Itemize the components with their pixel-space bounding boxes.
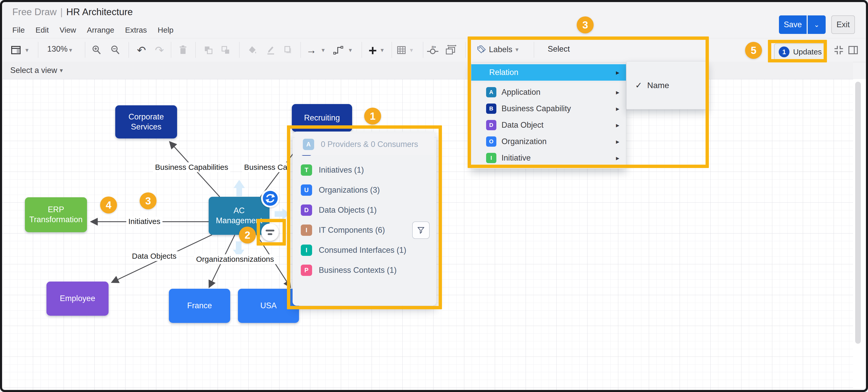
- format-panel-button[interactable]: [847, 43, 859, 57]
- refresh-relations-button[interactable]: [261, 189, 279, 207]
- undo-icon: ↶: [137, 44, 146, 57]
- plus-icon: +: [369, 42, 377, 59]
- app-name: Free Draw: [12, 7, 57, 17]
- highlight-box-updates: [768, 40, 827, 62]
- node-france[interactable]: France: [169, 289, 230, 323]
- highlight-box-filter: [257, 219, 286, 246]
- highlight-box-labels-menu: [468, 36, 709, 168]
- save-button[interactable]: Save: [779, 16, 807, 34]
- fill-color-icon: [247, 45, 257, 55]
- menu-edit[interactable]: Edit: [35, 26, 49, 34]
- toolbar-separator: [85, 42, 85, 58]
- annotation-step-5: 5: [745, 42, 762, 59]
- menu-bar: File Edit View Arrange Extras Help: [12, 26, 174, 34]
- fit-view-button[interactable]: [833, 43, 845, 57]
- svg-text:R: R: [432, 45, 434, 49]
- table-caret[interactable]: ▾: [408, 43, 415, 57]
- toolbar-separator: [301, 42, 301, 58]
- relations-button[interactable]: R: [427, 43, 439, 57]
- node-erp-transformation[interactable]: ERP Transformation: [25, 197, 87, 232]
- edge-label-data-objects: Data Objects: [130, 251, 178, 261]
- chevron-down-icon: ▾: [349, 47, 352, 54]
- chevron-down-icon: ▾: [60, 67, 63, 74]
- pencil-icon: [266, 45, 276, 55]
- send-to-back-icon: [220, 45, 231, 55]
- annotation-step-3: 3: [140, 192, 157, 209]
- waypoint-style-button[interactable]: [332, 43, 345, 57]
- edge-label-business-capabilities-truncated: Business Ca: [242, 162, 289, 172]
- shadow-button[interactable]: [282, 43, 294, 57]
- chevron-down-icon: ▾: [381, 47, 384, 54]
- chevron-down-icon: ⌄: [814, 21, 819, 29]
- insert-button[interactable]: +: [367, 43, 379, 57]
- menu-help[interactable]: Help: [158, 26, 174, 34]
- insert-caret[interactable]: ▾: [378, 43, 386, 57]
- node-corporate-services[interactable]: Corporate Services: [115, 105, 177, 138]
- zoom-out-icon: [110, 45, 121, 55]
- arrow-right-icon: →: [306, 45, 316, 56]
- connection-style-button[interactable]: →: [305, 43, 317, 57]
- toolbar-separator: [392, 42, 392, 58]
- toolbar-separator: [465, 42, 466, 58]
- menu-view[interactable]: View: [60, 26, 76, 34]
- redo-icon: ↷: [155, 44, 164, 57]
- layout-panel-icon: [10, 45, 22, 56]
- panel-right-icon: [847, 45, 859, 56]
- view-selector-label: Select a view: [10, 66, 57, 75]
- scrollbar-thumb[interactable]: [855, 82, 861, 344]
- trash-icon: [178, 45, 188, 55]
- fill-color-button[interactable]: [246, 43, 258, 57]
- highlight-box-popup: [287, 125, 442, 309]
- menu-arrange[interactable]: Arrange: [87, 26, 115, 34]
- sync-icon: [263, 191, 278, 206]
- connection-style-caret[interactable]: ▾: [319, 43, 327, 57]
- chevron-down-icon: ▾: [25, 47, 29, 54]
- page-title: Free Draw|HR Architecture: [12, 7, 133, 18]
- delete-button[interactable]: [177, 43, 189, 57]
- zoom-in-icon: [91, 45, 102, 55]
- bring-to-front-icon: [203, 45, 214, 55]
- view-selector-bar[interactable]: Select a view ▾: [2, 62, 853, 79]
- node-employee[interactable]: Employee: [46, 282, 108, 316]
- shadow-icon: [283, 45, 293, 55]
- chevron-down-icon: ▾: [69, 47, 72, 54]
- to-back-button[interactable]: [219, 43, 232, 57]
- toolbar-separator: [171, 42, 171, 58]
- zoom-level[interactable]: 130%: [47, 45, 67, 54]
- menu-extras[interactable]: Extras: [125, 26, 147, 34]
- chevron-down-icon: ▾: [410, 47, 413, 54]
- annotation-step-1: 1: [364, 108, 381, 124]
- undo-button[interactable]: ↶: [135, 43, 148, 57]
- document-title: HR Architecture: [66, 7, 133, 17]
- toolbar-separator: [239, 42, 240, 58]
- annotation-step-4: 4: [100, 197, 117, 214]
- edge-label-organizations: Organizationsnizations: [194, 254, 276, 264]
- exit-button[interactable]: Exit: [831, 16, 855, 34]
- fit-screen-icon: [833, 45, 844, 56]
- to-front-button[interactable]: [202, 43, 215, 57]
- window-header: Free Draw|HR Architecture File Edit View…: [2, 2, 866, 38]
- table-button[interactable]: [395, 43, 408, 57]
- redo-button[interactable]: ↷: [153, 43, 165, 57]
- grid-table-icon: [396, 45, 407, 55]
- zoom-out-button[interactable]: [109, 43, 122, 57]
- toolbar-separator: [423, 42, 423, 58]
- edge-label-initiatives: Initiatives: [126, 217, 162, 226]
- zoom-in-button[interactable]: [91, 43, 103, 57]
- pages-button[interactable]: [444, 43, 456, 57]
- save-dropdown-button[interactable]: ⌄: [808, 16, 826, 34]
- title-separator: |: [57, 7, 66, 17]
- annotation-step-3-toolbar: 3: [577, 17, 594, 33]
- zoom-level-caret[interactable]: ▾: [67, 43, 74, 57]
- view-panel-button[interactable]: [10, 43, 22, 57]
- relation-icon: R: [427, 45, 439, 56]
- line-color-button[interactable]: [265, 43, 277, 57]
- waypoint-style-caret[interactable]: ▾: [346, 43, 354, 57]
- chevron-down-icon: ▾: [321, 47, 325, 54]
- annotation-step-2: 2: [239, 227, 256, 244]
- edge-label-business-capabilities: Business Capabilities: [153, 162, 230, 172]
- toolbar: ▾ 130% ▾ ↶ ↷: [2, 38, 866, 62]
- menu-file[interactable]: File: [12, 26, 25, 34]
- view-panel-caret[interactable]: ▾: [23, 43, 31, 57]
- toolbar-separator: [362, 42, 362, 58]
